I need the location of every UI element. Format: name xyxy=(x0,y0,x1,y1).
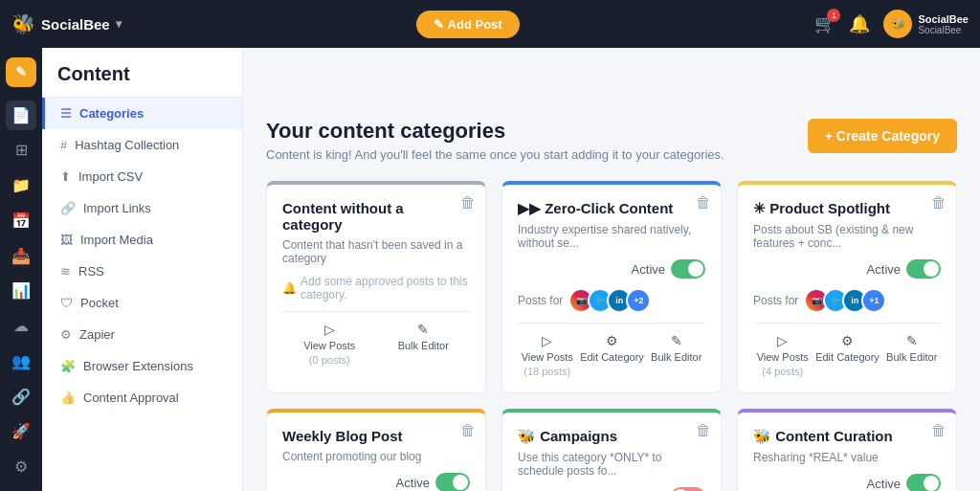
browser-ext-icon: 🧩 xyxy=(60,359,76,373)
nav-icon-inbox[interactable]: 📥 xyxy=(6,241,36,271)
card-actions: ▷ View Posts (0 posts) ✎ Bulk Editor xyxy=(282,311,470,366)
card-description: Posts about SB (existing & new features … xyxy=(753,223,941,250)
brand-dropdown-icon[interactable]: ▾ xyxy=(116,17,122,31)
gear-icon: ⚙ xyxy=(841,333,854,348)
edit-category-action[interactable]: ⚙ Edit Category xyxy=(580,333,644,377)
active-row: Active xyxy=(753,474,941,491)
category-card-weekly-blog: 🗑 Weekly Blog Post Content promoting our… xyxy=(266,409,486,491)
view-posts-action[interactable]: ▷ View Posts (18 posts) xyxy=(522,333,573,377)
nav-icon-settings[interactable]: ⚙ xyxy=(6,452,36,481)
nav-icon-grid[interactable]: ⊞ xyxy=(6,136,36,166)
sidebar-label-categories: Categories xyxy=(79,106,144,121)
user-menu[interactable]: 🐝 SocialBee SocialBee xyxy=(883,10,969,38)
brand-name: SocialBee xyxy=(41,16,110,33)
active-row: Paused xyxy=(518,487,705,491)
posts-for-label: Posts for xyxy=(518,294,563,307)
create-category-button[interactable]: + Create Category xyxy=(808,119,957,153)
bulk-editor-action[interactable]: ✎ Bulk Editor xyxy=(651,333,702,377)
content-area: Your content categories Content is king!… xyxy=(243,96,980,491)
cart-badge: 1 xyxy=(827,9,840,22)
active-label: Active xyxy=(396,476,430,490)
delete-icon[interactable]: 🗑 xyxy=(460,422,476,439)
active-toggle[interactable] xyxy=(906,259,941,279)
active-toggle[interactable] xyxy=(435,473,470,491)
toggle-knob xyxy=(688,261,703,277)
sidebar-item-content-approval[interactable]: 👍 Content Approval xyxy=(42,382,242,413)
bee-logo-icon: 🐝 xyxy=(11,12,35,35)
view-posts-action[interactable]: ▷ View Posts (0 posts) xyxy=(303,322,355,366)
user-avatar: 🐝 xyxy=(883,10,912,38)
sidebar-item-import-media[interactable]: 🖼 Import Media xyxy=(42,224,242,256)
topbar-right: 🛒 1 🔔 🐝 SocialBee SocialBee xyxy=(814,10,969,38)
media-icon: 🖼 xyxy=(60,233,73,247)
active-label: Active xyxy=(867,262,901,277)
sidebar-item-zapier[interactable]: ⚙ Zapier xyxy=(42,319,242,350)
view-posts-action[interactable]: ▷ View Posts (4 posts) xyxy=(757,333,809,377)
app-logo: ✎ xyxy=(6,57,36,87)
rss-icon: ≋ xyxy=(60,264,71,279)
avatar-stack: 📷 🐦 in +2 xyxy=(568,288,651,313)
nav-icon-cloud[interactable]: ☁ xyxy=(6,311,36,341)
delete-icon[interactable]: 🗑 xyxy=(460,194,476,212)
category-card-content-curation: 🗑 🐝 Content Curation Resharing *REAL* va… xyxy=(737,409,957,491)
sidebar-item-pocket[interactable]: 🛡 Pocket xyxy=(42,287,242,319)
card-description: Industry expertise shared natively, with… xyxy=(518,223,705,250)
sidebar-item-browser-ext[interactable]: 🧩 Browser Extensions xyxy=(42,350,242,382)
sidebar-item-import-csv[interactable]: ⬆ Import CSV xyxy=(42,161,242,192)
delete-icon[interactable]: 🗑 xyxy=(931,422,947,439)
posts-for-row: Posts for 📷 🐦 in +1 xyxy=(753,288,941,313)
nav-icon-content[interactable]: 📄 xyxy=(6,100,36,130)
sidebar-item-categories[interactable]: ☰ Categories xyxy=(42,98,242,129)
active-toggle[interactable] xyxy=(671,259,705,279)
sidebar-item-import-links[interactable]: 🔗 Import Links xyxy=(42,192,242,224)
bell-icon[interactable]: 🔔 xyxy=(849,13,870,34)
cart-icon[interactable]: 🛒 1 xyxy=(814,13,835,34)
posts-for-label: Posts for xyxy=(753,294,798,307)
hashtag-icon: # xyxy=(60,138,67,152)
nav-icon-link[interactable]: 🔗 xyxy=(6,382,36,412)
links-icon: 🔗 xyxy=(60,201,76,215)
category-card-product-spotlight: 🗑 ✳ Product Spotlight Posts about SB (ex… xyxy=(737,181,957,393)
brand: 🐝 SocialBee ▾ xyxy=(11,12,122,35)
toggle-knob xyxy=(924,476,939,491)
nav-icon-folder[interactable]: 📁 xyxy=(6,170,36,200)
sidebar-label-browser-ext: Browser Extensions xyxy=(83,359,193,373)
card-title: ▶▶ Zero-Click Content xyxy=(518,200,705,217)
nav-icon-calendar[interactable]: 📅 xyxy=(6,206,36,235)
sidebar-label-zapier: Zapier xyxy=(79,327,115,342)
active-row: Active xyxy=(753,259,941,279)
active-toggle[interactable] xyxy=(906,474,941,491)
icon-sidebar: ✎ 📄 ⊞ 📁 📅 📥 📊 ☁ 👥 🔗 🚀 ⚙ xyxy=(0,48,42,491)
bulk-editor-action[interactable]: ✎ Bulk Editor xyxy=(398,322,449,366)
sidebar-label-links: Import Links xyxy=(83,201,151,215)
avatar-stack: 📷 🐦 in +1 xyxy=(804,288,886,313)
edit-category-action[interactable]: ⚙ Edit Category xyxy=(815,333,880,377)
user-name: SocialBee xyxy=(918,13,969,25)
zapier-icon: ⚙ xyxy=(60,327,72,342)
active-toggle[interactable] xyxy=(671,487,705,491)
active-row: Active xyxy=(282,473,470,491)
card-description: Use this category *ONLY* to schedule pos… xyxy=(518,451,705,478)
delete-icon[interactable]: 🗑 xyxy=(696,194,711,212)
delete-icon[interactable]: 🗑 xyxy=(696,422,711,439)
avatar-more: +1 xyxy=(861,288,886,313)
nav-icon-users[interactable]: 👥 xyxy=(6,346,36,376)
delete-icon[interactable]: 🗑 xyxy=(931,194,947,212)
sidebar-item-rss[interactable]: ≋ RSS xyxy=(42,256,242,287)
toggle-knob xyxy=(453,475,468,490)
nav-icon-chart[interactable]: 📊 xyxy=(6,277,36,306)
edit-icon: ✎ xyxy=(906,333,918,348)
main-sidebar: Content ☰ Categories # Hashtag Collectio… xyxy=(42,48,243,491)
send-icon: ▷ xyxy=(324,322,335,337)
toggle-knob xyxy=(924,261,939,277)
card-description: Resharing *REAL* value xyxy=(753,451,941,464)
card-title: 🐝 Content Curation xyxy=(753,428,941,445)
card-description: Content promoting our blog xyxy=(282,450,470,463)
active-label: Active xyxy=(632,262,665,277)
avatar-more: +2 xyxy=(626,288,651,313)
bulk-editor-action[interactable]: ✎ Bulk Editor xyxy=(886,333,937,377)
sidebar-item-hashtag[interactable]: # Hashtag Collection xyxy=(42,129,242,161)
page-title: Your content categories xyxy=(266,119,724,144)
nav-icon-rocket[interactable]: 🚀 xyxy=(6,417,36,447)
add-post-button[interactable]: ✎ Add Post xyxy=(416,11,519,38)
